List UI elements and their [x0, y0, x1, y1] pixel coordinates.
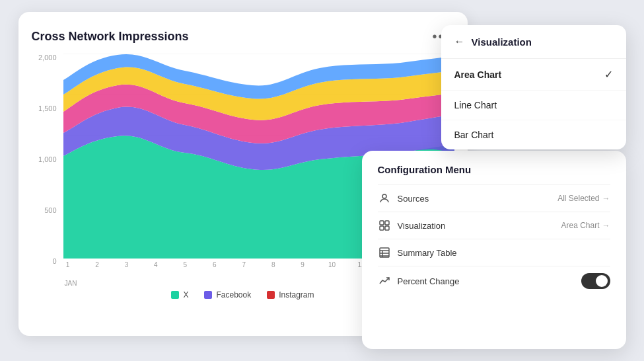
- chart-title: Cross Network Impressions: [32, 30, 189, 44]
- x-label-10: 10: [328, 261, 337, 278]
- y-label-500: 500: [44, 206, 56, 214]
- viz-option-line-label: Line Chart: [454, 100, 497, 110]
- summary-table-label: Summary Table: [398, 248, 457, 258]
- trending-icon: [378, 274, 391, 288]
- y-axis: 2,000 1,500 1,000 500 0: [32, 54, 63, 285]
- viz-option-area[interactable]: Area Chart ✓: [441, 59, 626, 91]
- viz-back-button[interactable]: ←: [454, 36, 465, 48]
- percent-change-toggle[interactable]: [581, 273, 610, 289]
- legend-item-instagram: Instagram: [267, 290, 314, 300]
- x-label-9: 9: [298, 261, 307, 278]
- config-row-summary[interactable]: Summary Table: [378, 239, 610, 266]
- y-label-0: 0: [52, 257, 56, 265]
- visualization-arrow: →: [602, 221, 610, 230]
- legend-dot-x: [171, 291, 179, 299]
- viz-option-area-label: Area Chart: [454, 69, 502, 80]
- svg-rect-8: [385, 221, 389, 225]
- svg-point-6: [382, 194, 386, 198]
- viz-option-bar[interactable]: Bar Chart: [441, 120, 626, 149]
- svg-rect-7: [380, 221, 384, 225]
- legend-label-x: X: [183, 290, 188, 300]
- viz-popup-title: Visualization: [472, 36, 532, 48]
- x-label-8: 8: [269, 261, 278, 278]
- y-label-2000: 2,000: [38, 54, 57, 61]
- config-row-sources[interactable]: Sources All Selected →: [378, 184, 610, 212]
- x-label-4: 4: [151, 261, 161, 278]
- grid-icon: [378, 219, 391, 232]
- x-label-3: 3: [122, 261, 131, 278]
- x-label-2: 2: [92, 261, 102, 278]
- x-label-7: 7: [239, 261, 248, 278]
- config-row-summary-left: Summary Table: [378, 246, 457, 259]
- svg-rect-10: [385, 226, 389, 230]
- viz-popup-header[interactable]: ← Visualization: [441, 25, 626, 59]
- sources-arrow: →: [602, 194, 610, 203]
- table-icon: [378, 246, 391, 259]
- sources-value[interactable]: All Selected →: [557, 194, 610, 203]
- config-card: Configuration Menu Sources All Selected …: [362, 151, 626, 349]
- y-label-1000: 1,000: [38, 155, 57, 163]
- y-label-1500: 1,500: [38, 104, 57, 112]
- x-label-5: 5: [180, 261, 190, 278]
- svg-rect-9: [380, 226, 384, 230]
- sources-label: Sources: [398, 194, 429, 204]
- check-icon-area: ✓: [604, 68, 613, 81]
- chart-header: Cross Network Impressions •••: [32, 28, 454, 46]
- x-label-1: 1: [63, 261, 73, 278]
- config-row-visualization[interactable]: Visualization Area Chart →: [378, 212, 610, 239]
- person-icon: [378, 192, 391, 205]
- legend-dot-instagram: [267, 291, 275, 299]
- legend-dot-facebook: [204, 291, 212, 299]
- legend-item-facebook: Facebook: [204, 290, 251, 300]
- percent-change-label: Percent Change: [398, 276, 460, 286]
- legend-label-facebook: Facebook: [216, 290, 251, 300]
- config-menu-title: Configuration Menu: [378, 164, 610, 175]
- config-row-percent-left: Percent Change: [378, 274, 460, 288]
- config-row-percent[interactable]: Percent Change: [378, 266, 610, 296]
- config-row-viz-left: Visualization: [378, 219, 446, 232]
- viz-option-line[interactable]: Line Chart: [441, 91, 626, 120]
- x-label-6: 6: [210, 261, 219, 278]
- viz-popup: ← Visualization Area Chart ✓ Line Chart …: [441, 25, 626, 149]
- legend-item-x: X: [171, 290, 188, 300]
- viz-option-bar-label: Bar Chart: [454, 130, 494, 140]
- visualization-label: Visualization: [398, 221, 446, 231]
- config-row-sources-left: Sources: [378, 192, 429, 205]
- visualization-value[interactable]: Area Chart →: [561, 221, 610, 230]
- legend-label-instagram: Instagram: [279, 290, 314, 300]
